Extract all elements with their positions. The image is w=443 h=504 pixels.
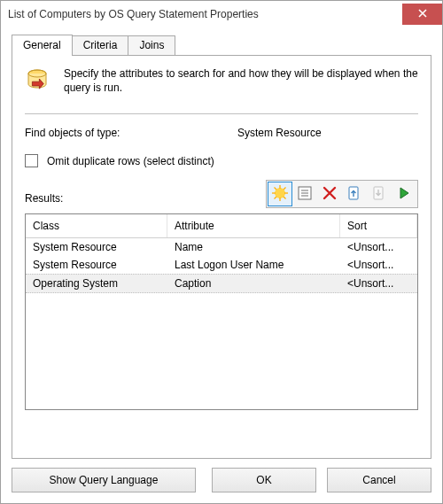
tab-general[interactable]: General: [12, 35, 73, 56]
svg-line-10: [275, 197, 277, 199]
titlebar: List of Computers by OS Query Statement …: [1, 1, 442, 27]
cell-attribute: Name: [167, 238, 340, 256]
svg-line-7: [275, 187, 277, 190]
close-icon: [418, 8, 427, 20]
tab-label: General: [23, 39, 61, 51]
tab-criteria[interactable]: Criteria: [72, 35, 129, 55]
svg-line-8: [284, 197, 286, 199]
intro-text: Specify the attributes to search for and…: [64, 66, 418, 95]
close-button[interactable]: [402, 4, 442, 25]
dialog-footer: Show Query Language OK Cancel: [12, 459, 431, 492]
ok-button[interactable]: OK: [212, 468, 316, 492]
cancel-button[interactable]: Cancel: [327, 468, 431, 492]
cell-sort: <Unsort...: [340, 238, 417, 256]
results-toolbar: [266, 180, 418, 208]
svg-line-9: [284, 187, 286, 190]
find-objects-value: System Resource: [237, 127, 418, 139]
toolbar-move-down-button: [367, 182, 392, 206]
toolbar-run-button[interactable]: [392, 182, 416, 206]
omit-duplicate-row: Omit duplicate rows (select distinct): [25, 154, 418, 167]
button-label: Show Query Language: [50, 474, 159, 486]
move-up-icon: [346, 185, 362, 204]
cell-sort: <Unsort...: [340, 275, 417, 292]
tab-joins[interactable]: Joins: [128, 35, 175, 55]
button-label: Cancel: [362, 474, 395, 486]
grid-body: System Resource Name <Unsort... System R…: [26, 238, 417, 293]
results-label: Results:: [25, 192, 63, 208]
delete-icon: [322, 185, 338, 204]
show-query-language-button[interactable]: Show Query Language: [12, 468, 196, 492]
window-title: List of Computers by OS Query Statement …: [8, 8, 259, 20]
new-icon: [272, 185, 288, 204]
cell-attribute: Caption: [167, 275, 340, 292]
results-header: Results:: [25, 180, 418, 208]
divider: [25, 113, 418, 115]
run-icon: [396, 185, 412, 204]
tab-label: Criteria: [83, 39, 118, 51]
tab-label: Joins: [139, 39, 164, 51]
cell-class: System Resource: [26, 256, 167, 274]
dialog-window: List of Computers by OS Query Statement …: [0, 0, 443, 504]
cell-attribute: Last Logon User Name: [167, 256, 340, 274]
properties-icon: [297, 185, 313, 204]
toolbar-move-up-button[interactable]: [342, 182, 367, 206]
client-area: General Criteria Joins Specify the attri…: [1, 27, 442, 503]
grid-header: Class Attribute Sort: [26, 214, 417, 238]
find-objects-row: Find objects of type: System Resource: [25, 122, 418, 143]
omit-duplicate-label: Omit duplicate rows (select distinct): [47, 155, 214, 167]
toolbar-new-button[interactable]: [268, 182, 292, 206]
cell-class: System Resource: [26, 238, 167, 256]
table-row[interactable]: System Resource Name <Unsort...: [26, 238, 417, 256]
find-objects-label: Find objects of type:: [25, 127, 237, 139]
toolbar-properties-button[interactable]: [292, 182, 317, 206]
table-row[interactable]: System Resource Last Logon User Name <Un…: [26, 256, 417, 274]
button-label: OK: [256, 474, 271, 486]
intro-section: Specify the attributes to search for and…: [25, 66, 418, 99]
cell-sort: <Unsort...: [340, 256, 417, 274]
column-header-attribute[interactable]: Attribute: [167, 214, 340, 237]
results-grid[interactable]: Class Attribute Sort System Resource Nam…: [25, 213, 418, 410]
toolbar-delete-button[interactable]: [317, 182, 342, 206]
table-row[interactable]: Operating System Caption <Unsort...: [26, 274, 417, 293]
column-header-class[interactable]: Class: [26, 214, 167, 237]
column-header-sort[interactable]: Sort: [340, 214, 417, 237]
tab-panel-general: Specify the attributes to search for and…: [12, 55, 431, 459]
cell-class: Operating System: [26, 275, 167, 292]
omit-duplicate-checkbox[interactable]: [25, 154, 38, 167]
database-arrow-icon: [25, 66, 55, 99]
move-down-icon: [371, 185, 387, 204]
tab-strip: General Criteria Joins: [12, 35, 431, 55]
